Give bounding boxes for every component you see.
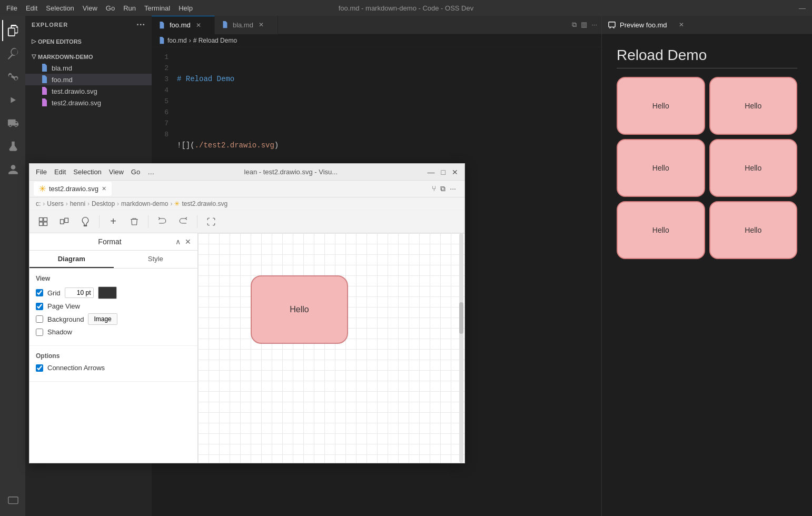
grid-color-box[interactable] [98,286,117,299]
grid-checkbox[interactable] [36,289,43,296]
menu-bar[interactable]: File Edit Selection View Go Run Terminal… [6,4,193,12]
canvas-scrollbar-thumb[interactable] [459,302,463,334]
file-test2-drawio[interactable]: test2.drawio.svg [25,97,152,108]
fullscreen-btn[interactable] [202,212,221,231]
grid-value-input[interactable] [65,287,94,298]
line-num-8: 8 [152,129,169,140]
project-header[interactable]: ▽ MARKDOWN-DEMO [25,51,152,62]
page-view-checkbox[interactable] [36,303,43,310]
menu-help[interactable]: Help [179,4,193,12]
diagram-cell-0: Hello [617,77,705,135]
code-line-2 [177,107,601,118]
float-menu-edit[interactable]: Edit [54,168,66,176]
project-section: ▽ MARKDOWN-DEMO bla.md foo.md test.drawi… [25,49,152,111]
tab-bla-md[interactable]: bla.md ✕ [215,16,278,34]
format-close-icon[interactable]: ✕ [185,237,191,246]
split-editor-icon2[interactable]: ⧉ [440,184,445,193]
sidebar-more-icon[interactable]: ··· [136,20,145,29]
split-editor-icon[interactable]: ⧉ [572,21,577,29]
tab-bla-md-close[interactable]: ✕ [258,20,265,29]
format-shapes-btn[interactable] [55,212,74,231]
menu-file[interactable]: File [6,4,17,12]
toolbar-sep-3 [197,215,197,228]
tab-foo-md-label: foo.md [170,21,191,29]
float-close-btn[interactable]: ✕ [452,168,458,176]
tab-drawio-icon: ✳ [39,184,46,194]
file-bla-md[interactable]: bla.md [25,62,152,74]
format-tab-style[interactable]: Style [114,251,198,268]
activity-source-control[interactable] [2,66,23,87]
menu-terminal[interactable]: Terminal [144,4,170,12]
git-compare-icon[interactable]: ⑂ [432,184,436,193]
activity-explorer[interactable] [2,20,23,41]
float-menu-selection[interactable]: Selection [73,168,101,176]
line-num-7: 7 [152,118,169,129]
activity-remote[interactable] [2,491,23,512]
float-restore-btn[interactable]: □ [441,168,445,176]
preview-tab[interactable]: Preview foo.md ✕ [608,20,685,29]
format-collapse-icon[interactable]: ∧ [175,237,181,246]
minimize-btn[interactable]: — [799,4,806,12]
tab-foo-md-close[interactable]: ✕ [195,21,202,30]
menu-view[interactable]: View [83,4,97,12]
file-test-drawio[interactable]: test.drawio.svg [25,85,152,97]
activity-account[interactable] [2,159,23,180]
menu-selection[interactable]: Selection [46,4,74,12]
activity-extensions[interactable] [2,113,23,134]
float-menu-more[interactable]: … [147,168,154,176]
menu-edit[interactable]: Edit [26,4,37,12]
file-foo-md[interactable]: foo.md [25,74,152,85]
bc-henni: henni [70,200,85,207]
floating-tab-test2[interactable]: ✳ test2.drawio.svg ✕ [34,182,112,196]
diagram-cell-5: Hello [709,201,798,259]
open-editors-chevron: ▷ [32,38,36,45]
background-image-btn[interactable]: Image [88,313,117,325]
floating-win-controls[interactable]: — □ ✕ [428,168,458,176]
shadow-row: Shadow [36,328,191,336]
float-menu-view[interactable]: View [109,168,124,176]
page-view-label: Page View [47,302,80,310]
preview-close[interactable]: ✕ [678,20,685,29]
float-minimize-btn[interactable]: — [428,168,435,176]
menu-go[interactable]: Go [106,4,115,12]
bc-project: markdown-demo [121,200,168,207]
floating-more-icon[interactable]: ··· [450,184,456,193]
activity-search[interactable] [2,43,23,64]
split-vertical-icon[interactable]: ▥ [581,21,587,29]
add-btn[interactable]: + [104,212,123,231]
open-editors-header[interactable]: ▷ OPEN EDITORS [25,36,152,47]
activity-flask[interactable] [2,136,23,157]
svg-rect-5 [44,222,47,225]
insert-shape-btn[interactable] [34,212,53,231]
breadcrumb-file[interactable]: foo.md [167,37,187,44]
floating-breadcrumb: c: › Users › henni › Desktop › markdown-… [29,197,464,210]
format-header-controls[interactable]: ∧ ✕ [175,237,191,246]
activity-run[interactable] [2,90,23,111]
editor-more-icon[interactable]: ··· [591,21,597,29]
preview-tab-bar: Preview foo.md ✕ [602,16,812,34]
breadcrumb-item[interactable]: # Reload Demo [193,37,237,44]
redo-btn[interactable] [174,212,193,231]
color-btn[interactable] [76,212,95,231]
canvas-shape[interactable]: Hello [251,275,348,344]
tab-foo-md[interactable]: foo.md ✕ [152,16,215,34]
connection-arrows-row: Connection Arrows [36,364,191,372]
tab-actions[interactable]: ⧉ ▥ ··· [568,21,601,29]
svg-rect-6 [61,219,64,223]
format-tab-diagram[interactable]: Diagram [29,251,114,268]
shadow-checkbox[interactable] [36,329,43,336]
window-controls[interactable]: — [799,4,806,12]
float-menu-file[interactable]: File [36,168,47,176]
tab-drawio-close[interactable]: ✕ [102,185,106,192]
toolbar-sep-1 [99,215,100,228]
diagram-cell-4: Hello [617,201,705,259]
delete-btn[interactable] [125,212,144,231]
floating-menu[interactable]: File Edit Selection View Go … [36,168,154,176]
undo-btn[interactable] [153,212,172,231]
canvas-scrollbar[interactable] [459,233,463,463]
drawio-canvas[interactable]: Hello [198,233,464,463]
background-checkbox[interactable] [36,315,43,323]
connection-arrows-checkbox[interactable] [36,364,43,372]
menu-run[interactable]: Run [123,4,136,12]
float-menu-go[interactable]: Go [131,168,140,176]
